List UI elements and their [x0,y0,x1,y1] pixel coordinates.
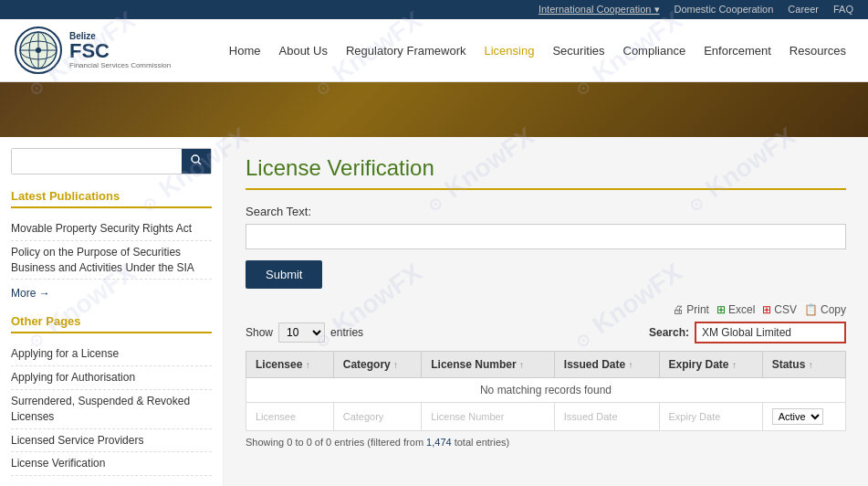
top-bar: International Cooperation ▾ Domestic Coo… [0,0,868,19]
placeholder-expiry-date: Expiry Date [659,403,762,431]
col-issued-date[interactable]: Issued Date ↑ [554,352,659,378]
placeholder-issued-date: Issued Date [554,403,659,431]
table-search-wrapper: Search: [649,322,846,343]
submit-button[interactable]: Submit [246,260,322,289]
logo-fsc: FSC [69,41,171,61]
csv-label: CSV [774,303,797,316]
nav-enforcement[interactable]: Enforcement [696,40,779,61]
status-select[interactable]: Active [772,408,823,425]
col-category-sort: ↑ [393,360,398,370]
col-status-label: Status [772,358,806,371]
svg-line-7 [198,162,201,164]
print-button[interactable]: 🖨 Print [673,303,709,316]
col-expiry-date-sort: ↑ [732,360,737,370]
nav-home[interactable]: Home [222,40,268,61]
copy-label: Copy [821,303,846,316]
logo-text: Belize FSC Financial Services Commission [69,31,171,69]
sidebar-search-input[interactable] [12,149,182,174]
page-apply-license-link[interactable]: Applying for a License [11,343,212,366]
csv-button[interactable]: ⊞ CSV [762,303,797,316]
career-link[interactable]: Career [788,4,819,16]
search-text-label: Search Text: [246,205,846,218]
nav-securities[interactable]: Securities [545,40,612,61]
copy-button[interactable]: 📋 Copy [804,303,846,316]
logo-area: Belize FSC Financial Services Commission [15,26,215,74]
svg-point-5 [36,48,41,53]
print-icon: 🖨 [673,303,684,316]
col-licensee-sort: ↑ [306,360,310,370]
col-category-label: Category [343,358,391,371]
sidebar-search-button[interactable] [182,149,211,174]
print-label: Print [686,303,709,316]
logo-sub: Financial Services Commission [69,61,171,69]
footer-text-suffix: total entries) [452,437,510,448]
faq-link[interactable]: FAQ [833,4,853,16]
pub-policy-link[interactable]: Policy on the Purpose of Securities Busi… [11,241,212,280]
col-license-number-label: License Number [431,358,516,371]
excel-label: Excel [728,303,755,316]
more-link[interactable]: More → [11,287,50,300]
csv-icon: ⊞ [762,303,771,316]
col-issued-date-label: Issued Date [564,358,625,371]
placeholder-row: Licensee Category License Number Issued … [246,403,846,431]
logo-circle [15,26,62,74]
col-license-number-sort: ↑ [519,360,524,370]
nav-regulatory[interactable]: Regulatory Framework [339,40,474,61]
nav-resources[interactable]: Resources [782,40,853,61]
footer-text-prefix: Showing 0 to 0 of 0 entries (filtered fr… [246,437,426,448]
search-text-input[interactable] [246,224,846,249]
col-status[interactable]: Status ↑ [762,352,845,378]
main-nav: Home About Us Regulatory Framework Licen… [215,40,853,61]
sidebar-search-wrapper [11,148,212,174]
data-table: Licensee ↑ Category ↑ License Number ↑ I… [246,351,846,431]
main-content: License Verification Search Text: Submit… [224,137,868,486]
footer-total-link[interactable]: 1,474 [426,437,452,448]
table-toolbar: Show 10 25 50 100 entries Search: [246,322,846,343]
latest-publications-title: Latest Publications [11,189,212,208]
show-label: Show [246,326,273,339]
svg-point-6 [192,155,199,163]
page-title: License Verification [246,155,846,190]
no-records-row: No matching records found [246,378,846,403]
table-header-row: Licensee ↑ Category ↑ License Number ↑ I… [246,352,846,378]
table-footer: Showing 0 to 0 of 0 entries (filtered fr… [246,437,846,448]
nav-compliance[interactable]: Compliance [616,40,694,61]
copy-icon: 📋 [804,303,818,316]
table-search-label: Search: [649,326,689,339]
col-license-number[interactable]: License Number ↑ [422,352,555,378]
entries-select[interactable]: 10 25 50 100 [278,322,325,343]
col-expiry-date[interactable]: Expiry Date ↑ [659,352,762,378]
layout: Latest Publications Movable Property Sec… [0,137,868,486]
page-apply-auth-link[interactable]: Applying for Authorisation [11,366,212,390]
table-search-input[interactable] [695,322,846,343]
placeholder-status-cell: Active [762,403,845,431]
placeholder-license-number: License Number [422,403,555,431]
table-actions-bar: 🖨 Print ⊞ Excel ⊞ CSV 📋 Copy [246,303,846,316]
domestic-coop-link[interactable]: Domestic Cooperation [675,4,774,16]
page-suspended-link[interactable]: Surrendered, Suspended & Revoked License… [11,390,212,429]
no-records-message: No matching records found [246,378,846,403]
entries-label: entries [330,326,363,339]
col-category[interactable]: Category ↑ [333,352,422,378]
col-expiry-date-label: Expiry Date [669,358,729,371]
table-actions: 🖨 Print ⊞ Excel ⊞ CSV 📋 Copy [673,303,846,316]
placeholder-category: Category [333,403,422,431]
excel-button[interactable]: ⊞ Excel [716,303,755,316]
hero-banner [0,82,868,137]
header: Belize FSC Financial Services Commission… [0,19,868,82]
col-licensee[interactable]: Licensee ↑ [246,352,334,378]
pub-movable-link[interactable]: Movable Property Security Rights Act [11,217,212,241]
nav-about[interactable]: About Us [272,40,335,61]
excel-icon: ⊞ [716,303,726,316]
col-licensee-label: Licensee [256,358,302,371]
sidebar: Latest Publications Movable Property Sec… [0,137,224,486]
placeholder-licensee: Licensee [246,403,334,431]
page-license-verification-link[interactable]: License Verification [11,452,212,476]
col-issued-date-sort: ↑ [629,360,633,370]
page-licensed-providers-link[interactable]: Licensed Service Providers [11,429,212,453]
show-entries: Show 10 25 50 100 entries [246,322,363,343]
nav-licensing[interactable]: Licensing [476,40,541,61]
other-pages-title: Other Pages [11,314,212,333]
intl-coop-link[interactable]: International Cooperation ▾ [539,4,660,16]
col-status-sort: ↑ [809,360,813,370]
